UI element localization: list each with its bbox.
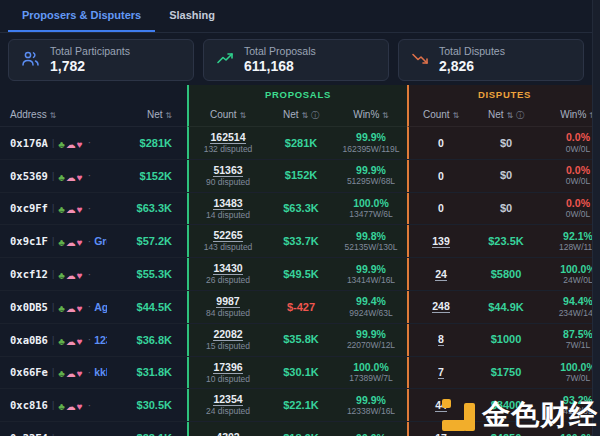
disputes-win-header[interactable]: Win% ⇅ (539, 109, 600, 120)
proposal-win-cell: 100.0% 13477W/6L (335, 197, 407, 220)
address-tag[interactable]: · kkkkk ♣● (88, 363, 107, 381)
dispute-count-link[interactable]: 8 (438, 333, 444, 346)
address-column-header[interactable]: Address ⇅ (0, 109, 107, 120)
table-row[interactable]: 0x66Fe | ♣☁♥ · kkkkk ♣● $31.8K 17396 10 … (0, 357, 600, 390)
address-net-value: $30.5K (107, 399, 187, 411)
dispute-count-link[interactable]: 7 (438, 366, 444, 379)
address-tag[interactable]: · (88, 203, 97, 214)
trend-up-icon (216, 51, 234, 70)
table-row[interactable]: 0x9c1F | ♣☁♥ · Groyp ♠● $57.2K 52265 143… (0, 225, 600, 258)
address-tag[interactable]: · Agric ♣☁ (88, 298, 107, 316)
dispute-win-sub: 0W/0L (566, 210, 591, 220)
proposal-win-pct: 99.4% (356, 295, 386, 307)
address-link[interactable]: 0x66Fe (10, 366, 48, 378)
proposal-net-value: $33.7K (283, 235, 318, 248)
proposal-count-link[interactable]: 162514 (210, 131, 245, 144)
dispute-win-cell: 94.4% 234W/14L (539, 295, 600, 318)
dispute-net-value: $0 (500, 137, 512, 150)
proposal-count-link[interactable]: 13483 (213, 197, 242, 210)
proposal-count-cell: 12354 24 disputed (189, 393, 267, 417)
proposal-win-cell: 99.9% 51295W/68L (335, 164, 407, 187)
scrollbar[interactable] (592, 0, 600, 436)
tag-label[interactable]: kkkkk (94, 366, 107, 378)
address-link[interactable]: 0x5369 (10, 170, 48, 182)
address-cell: 0x5369 | ♣☁♥ · (0, 167, 107, 185)
address-separator: | (52, 171, 54, 181)
proposal-net-value: $30.1K (283, 366, 318, 379)
address-link[interactable]: 0xa0B6 (10, 334, 48, 346)
broccoli-icon: ♣ (58, 139, 65, 150)
address-tag[interactable]: · Groyp ♠● (88, 232, 107, 250)
table-row[interactable]: 0x0DB5 | ♣☁♥ · Agric ♣☁ $44.5K 9987 84 d… (0, 291, 600, 324)
tag-label[interactable]: Agric (94, 301, 107, 313)
tab-slashing[interactable]: Slashing (155, 0, 229, 32)
tag-label[interactable]: 12341 (94, 334, 107, 346)
dispute-count-cell: 0 (409, 170, 473, 182)
proposal-count-link[interactable]: 17396 (213, 361, 242, 374)
address-tag[interactable]: · (88, 170, 97, 181)
dispute-count-link[interactable]: 24 (435, 268, 447, 281)
info-icon[interactable]: ⓘ (311, 111, 319, 120)
proposal-count-link[interactable]: 13430 (213, 262, 242, 275)
info-icon[interactable]: ⓘ (516, 111, 524, 120)
proposals-net-header[interactable]: Net ⇅ ⓘ (267, 109, 335, 121)
address-link[interactable]: 0xc9Ff (10, 202, 48, 214)
dispute-count-link[interactable]: 248 (432, 300, 450, 313)
tag-dot: · (88, 170, 91, 181)
dispute-count-link[interactable]: 0 (438, 137, 444, 149)
cupid-icon: ♥ (77, 368, 83, 379)
table-row[interactable]: 0xc9Ff | ♣☁♥ · $63.3K 13483 14 disputed … (0, 193, 600, 226)
dispute-count-link[interactable]: 139 (432, 235, 450, 248)
address-tag[interactable]: · (88, 269, 97, 280)
proposal-count-link[interactable]: 4302 (216, 431, 239, 436)
proposal-count-link[interactable]: 52265 (213, 229, 242, 242)
disputes-net-header[interactable]: Net ⇅ ⓘ (473, 109, 539, 121)
tag-label[interactable]: Groyp (94, 235, 107, 247)
address-tag[interactable]: · 12341 ✿☻ (88, 331, 107, 349)
proposal-count-link[interactable]: 22082 (213, 328, 242, 341)
address-tag[interactable]: · (88, 400, 97, 411)
address-tag[interactable]: · (88, 137, 97, 148)
address-separator: | (52, 269, 54, 279)
dispute-count-link[interactable]: 0 (438, 202, 444, 214)
address-tag[interactable]: · (88, 433, 97, 436)
stat-value: 1,782 (50, 58, 130, 75)
proposal-win-cell: 99.9% 22070W/12L (335, 328, 407, 351)
address-link[interactable]: 0x22F4 (10, 432, 48, 436)
address-net-value: $63.3K (107, 202, 187, 214)
dispute-win-pct: 0.0% (566, 164, 590, 176)
proposal-win-cell: 99.9% 13414W/16L (335, 263, 407, 286)
disputes-count-header[interactable]: Count ⇅ (409, 109, 473, 120)
proposal-net-value: $-427 (287, 301, 315, 314)
address-link[interactable]: 0x176A (10, 137, 48, 149)
table-row[interactable]: 0x176A | ♣☁♥ · $281K 162514 132 disputed… (0, 127, 600, 160)
proposals-count-header[interactable]: Count ⇅ (189, 109, 267, 120)
tab-proposers-disputers[interactable]: Proposers & Disputers (8, 0, 155, 32)
watermark: 金色财经 (442, 396, 598, 434)
trend-down-icon (411, 51, 429, 70)
proposal-count-link[interactable]: 51363 (213, 164, 242, 177)
dispute-net-value: $5800 (491, 268, 522, 281)
address-net-value: $55.3K (107, 268, 187, 280)
table-row[interactable]: 0xa0B6 | ♣☁♥ · 12341 ✿☻ $36.8K 22082 15 … (0, 324, 600, 357)
table-row[interactable]: 0x5369 | ♣☁♥ · $152K 51363 90 disputed $… (0, 160, 600, 193)
address-link[interactable]: 0x9c1F (10, 235, 48, 247)
address-link[interactable]: 0xc816 (10, 399, 48, 411)
sort-icon: ⇅ (506, 111, 513, 120)
proposal-count-cell: 17396 10 disputed (189, 361, 267, 385)
address-link[interactable]: 0x0DB5 (10, 301, 48, 313)
address-net-value: $152K (107, 170, 187, 182)
proposal-count-link[interactable]: 9987 (216, 295, 239, 308)
dispute-count-link[interactable]: 0 (438, 170, 444, 182)
brain-icon: ☁ (66, 172, 76, 183)
proposal-count-link[interactable]: 12354 (213, 393, 242, 406)
address-cell: 0x0DB5 | ♣☁♥ · Agric ♣☁ (0, 298, 107, 316)
proposal-win-pct: 99.9% (356, 432, 386, 436)
net-column-header[interactable]: Net ⇅ (107, 109, 187, 120)
table-row[interactable]: 0xcf12 | ♣☁♥ · $55.3K 13430 26 disputed … (0, 258, 600, 291)
proposals-win-header[interactable]: Win% ⇅ (335, 109, 407, 120)
address-link[interactable]: 0xcf12 (10, 268, 48, 280)
brain-icon: ☁ (66, 303, 76, 314)
address-separator: | (52, 138, 54, 148)
tag-dot: · (88, 203, 91, 214)
